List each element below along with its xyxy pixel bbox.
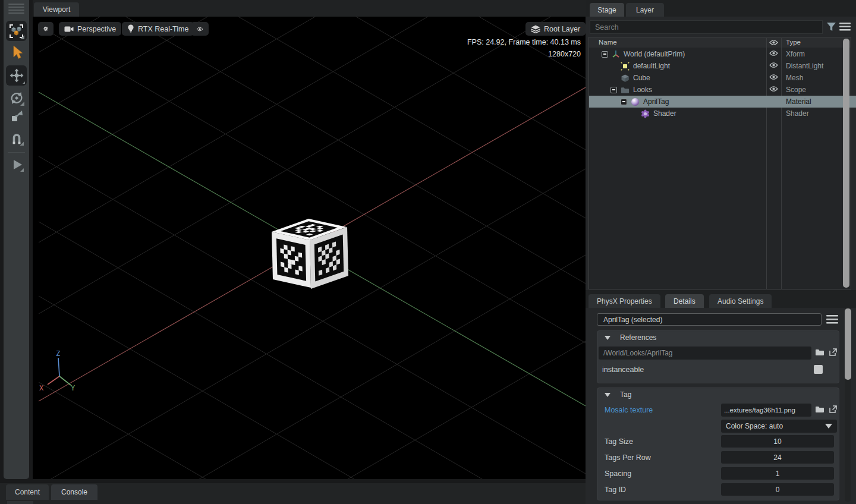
mosaic-texture-field[interactable]: ...extures/tag36h11.png xyxy=(721,404,811,417)
tag-section: Tag Mosaic texture ...extures/tag36h11.p… xyxy=(597,388,839,500)
play-button[interactable] xyxy=(6,155,27,175)
prim-type: DistantLight xyxy=(786,62,823,70)
folder-icon[interactable] xyxy=(815,405,824,413)
move-icon xyxy=(9,68,24,83)
left-toolbar xyxy=(4,0,29,479)
prim-type: Xform xyxy=(786,50,805,58)
prim-name: World (defaultPrim) xyxy=(624,50,685,58)
name-column-header[interactable]: Name xyxy=(599,39,617,46)
tab-physx-properties[interactable]: PhysX Properties xyxy=(588,294,660,308)
scale-tool-button[interactable] xyxy=(6,106,27,127)
table-row-shader[interactable]: Shader Shader xyxy=(589,108,856,119)
spacing-field[interactable]: 1 xyxy=(721,467,834,480)
gear-icon xyxy=(43,24,48,33)
submenu-corner xyxy=(23,81,25,84)
table-row-world[interactable]: World (defaultPrim) Xform xyxy=(589,48,854,60)
layer-tab-label: Layer xyxy=(636,6,654,14)
console-tab-label: Console xyxy=(61,488,87,496)
rotate-tool-button[interactable] xyxy=(6,88,27,108)
eye-icon xyxy=(196,26,203,33)
stage-options-icon[interactable] xyxy=(839,23,851,31)
tag-size-value: 10 xyxy=(773,437,781,446)
handle-line xyxy=(8,10,24,11)
tag-id-value: 0 xyxy=(776,486,780,494)
rotate-icon xyxy=(9,90,24,106)
material-icon xyxy=(631,97,640,106)
color-space-dropdown[interactable]: Color Space: auto xyxy=(721,420,837,433)
table-row-defaultlight[interactable]: defaultLight DistantLight xyxy=(589,60,856,72)
instanceable-label: instanceable xyxy=(602,366,644,374)
console-panel-edge xyxy=(7,501,33,504)
tag-header[interactable]: Tag xyxy=(597,388,839,401)
tab-console[interactable]: Console xyxy=(51,484,97,500)
color-space-value: Color Space: auto xyxy=(726,422,783,430)
renderer-button[interactable]: RTX Real-Time xyxy=(122,22,194,36)
tab-stage[interactable]: Stage xyxy=(590,3,624,17)
eye-icon[interactable] xyxy=(769,62,778,68)
tab-viewport[interactable]: Viewport xyxy=(34,2,79,17)
references-header[interactable]: References xyxy=(597,331,839,344)
filter-icon[interactable] xyxy=(826,22,836,32)
tag-size-field[interactable]: 10 xyxy=(721,435,834,448)
tab-details[interactable]: Details xyxy=(665,294,704,308)
snap-tool-button[interactable] xyxy=(6,128,27,149)
reference-path: /World/Looks/AprilTag xyxy=(603,349,673,357)
eye-icon[interactable] xyxy=(769,86,778,92)
renderer-button-label: RTX Real-Time xyxy=(138,25,188,33)
selected-prim-field[interactable]: AprilTag (selected) xyxy=(597,313,822,326)
scale-icon xyxy=(10,109,24,124)
open-external-icon[interactable] xyxy=(829,405,838,414)
tags-per-row-field[interactable]: 24 xyxy=(721,451,834,464)
tab-audio-settings[interactable]: Audio Settings xyxy=(709,294,772,308)
tag-id-field[interactable]: 0 xyxy=(721,483,834,496)
visibility-button[interactable] xyxy=(191,22,209,36)
reference-path-field[interactable]: /World/Looks/AprilTag xyxy=(599,346,811,360)
properties-options-icon[interactable] xyxy=(826,315,838,324)
chevron-down-icon xyxy=(825,424,832,429)
collapse-icon[interactable] xyxy=(621,99,627,105)
tag-id-label: Tag ID xyxy=(605,486,626,494)
viewport-settings-button[interactable] xyxy=(38,22,54,36)
visibility-column-icon[interactable] xyxy=(769,39,778,46)
table-row-looks[interactable]: Looks Scope xyxy=(589,84,856,96)
instanceable-checkbox[interactable] xyxy=(814,365,823,374)
collapse-icon[interactable] xyxy=(610,87,617,93)
open-external-icon[interactable] xyxy=(829,348,838,357)
folder-icon[interactable] xyxy=(815,348,824,356)
prim-name: AprilTag xyxy=(643,97,669,106)
spacing-label: Spacing xyxy=(605,470,631,478)
type-column-header[interactable]: Type xyxy=(786,39,801,46)
collapse-icon[interactable] xyxy=(602,51,608,58)
stage-scrollbar-thumb[interactable] xyxy=(843,39,849,288)
tab-layer[interactable]: Layer xyxy=(626,3,664,17)
root-layer-button[interactable]: Root Layer xyxy=(525,22,586,36)
play-icon xyxy=(10,158,24,172)
details-scrollbar-thumb[interactable] xyxy=(845,308,851,380)
eye-icon[interactable] xyxy=(769,50,778,56)
selection-mode-icon xyxy=(8,23,24,39)
camera-perspective-button[interactable]: Perspective xyxy=(59,22,121,36)
select-tool-button[interactable] xyxy=(6,42,27,62)
prim-name: Cube xyxy=(633,74,650,82)
stage-scrollbar[interactable] xyxy=(843,39,849,288)
xform-icon xyxy=(612,50,620,58)
search-input[interactable] xyxy=(590,20,823,34)
table-row-cube[interactable]: Cube Mesh xyxy=(589,72,856,84)
collapse-triangle-icon[interactable] xyxy=(605,336,610,340)
eye-icon[interactable] xyxy=(769,74,778,80)
table-row-apriltag[interactable]: AprilTag Material xyxy=(589,96,856,108)
prim-name: Shader xyxy=(653,109,676,118)
collapse-triangle-icon[interactable] xyxy=(605,393,610,397)
layers-icon xyxy=(531,25,540,33)
move-tool-button[interactable] xyxy=(6,65,27,86)
content-tab-label: Content xyxy=(15,488,40,496)
mosaic-texture-label: Mosaic texture xyxy=(605,406,653,414)
details-scrollbar[interactable] xyxy=(845,308,851,502)
selection-mode-button[interactable] xyxy=(6,21,27,41)
viewport-canvas[interactable] xyxy=(33,17,586,479)
tree-header: Name Type xyxy=(589,37,851,48)
bulb-icon xyxy=(127,24,134,33)
selected-prim-label: AprilTag (selected) xyxy=(603,316,662,324)
toolbar-drag-handle[interactable] xyxy=(4,4,29,17)
tab-content[interactable]: Content xyxy=(6,484,49,500)
